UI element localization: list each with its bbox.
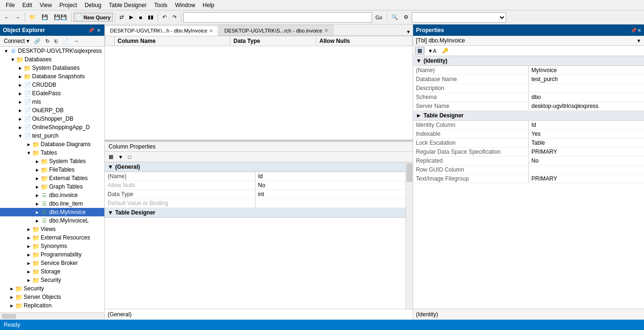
cp-grid-btn[interactable]: ▦ [107, 153, 115, 161]
ext-resources-icon: 📁 [32, 234, 40, 241]
tree-server-objects[interactable]: ► 📁 Server Objects [0, 293, 104, 301]
tree-external-resources[interactable]: ► 📁 External Resources [0, 233, 104, 242]
tree-oluerp[interactable]: ► 📄 OluERP_DB [0, 106, 104, 115]
cp-sort-btn[interactable]: ▼ [116, 153, 125, 161]
settings-btn[interactable]: ⚙ [401, 13, 411, 22]
oe-hscrollbar[interactable] [0, 313, 104, 320]
oe-pin-btn[interactable]: 📌 [87, 28, 95, 33]
props-pin-btn[interactable]: 📌 [631, 28, 636, 33]
tree-dbo-line-item[interactable]: ► ☰ dbo.line_item [0, 199, 104, 208]
save-btn[interactable]: 💾 [39, 13, 51, 22]
db-btn2[interactable]: ▶ [127, 13, 136, 22]
tree-synonyms[interactable]: ► 📁 Synonyms [0, 242, 104, 250]
tab-invoice[interactable]: DESKTOP-UGVLTRK\S...rch - dbo.invoice ✕ [219, 25, 333, 35]
tree-security-db[interactable]: ► 📁 Security [0, 276, 104, 284]
status-label: Ready [4, 322, 20, 328]
props-server-value: desktop-ugvltrk\sqlexpress [529, 102, 644, 110]
col-datatype-header: Data Type [230, 36, 316, 46]
forward-btn[interactable]: → [13, 13, 23, 22]
undo-btn[interactable]: ↶ [160, 13, 169, 22]
oe-close-btn[interactable]: ✕ [96, 28, 102, 33]
go-input[interactable] [183, 12, 372, 23]
menu-window[interactable]: Window [171, 1, 199, 9]
tree-server[interactable]: ▼ 🖥 DESKTOP-UGVLTRK\sqlexpress [0, 47, 104, 55]
tree-replication[interactable]: ► 📁 Replication [0, 301, 104, 310]
tab-myinvoice[interactable]: DESKTOP-UGVLTRK\...h - dbo.MyInvoice ✕ [105, 25, 218, 36]
tab-myinvoice-close[interactable]: ✕ [209, 28, 213, 33]
cp-bottom-label: (General) [105, 309, 413, 320]
props-identity-toggle: ▼ [416, 58, 422, 64]
cp-td-header[interactable]: ▼ Table Designer [105, 208, 406, 218]
tree-storage[interactable]: ► 📁 Storage [0, 267, 104, 276]
props-grid-view-btn[interactable]: ▦ [415, 47, 424, 55]
search-btn[interactable]: 🔍 [389, 13, 400, 22]
tree-test-purch[interactable]: ▼ 📄 test_purch [0, 132, 104, 140]
toolbar-select[interactable] [412, 12, 506, 23]
oe-filter-btn[interactable]: ⎗ [52, 37, 59, 45]
tree-graph-tables[interactable]: ► 📁 Graph Tables [0, 182, 104, 191]
programmability-icon: 📁 [32, 251, 40, 258]
tree-service-broker[interactable]: ► 📁 Service Broker [0, 259, 104, 267]
oe-refresh-btn[interactable]: ↻ [43, 37, 51, 45]
tree-dbo-invoice[interactable]: ► ☰ dbo.invoice [0, 191, 104, 199]
cp-general-rows: (Name) Id Allow Nulls No Data Type int D… [105, 172, 406, 208]
menu-bar: File Edit View Project Debug Table Desig… [0, 0, 644, 10]
oe-summary-btn[interactable]: 📄 [60, 37, 71, 45]
db-btn1[interactable]: ⇄ [117, 13, 126, 22]
tree-onlineshopping[interactable]: ► 📄 OnlineShoppingApp_D [0, 123, 104, 132]
props-table-label: [Tbl] dbo.MyInvoice [416, 37, 465, 44]
tree-tables[interactable]: ▼ 📁 Tables [0, 148, 104, 157]
props-close-btn[interactable]: ✕ [637, 28, 641, 33]
tree-external-tables[interactable]: ► 📁 External Tables [0, 174, 104, 182]
tree-egatepass[interactable]: ► 📄 EGatePass [0, 89, 104, 98]
oe-disconnect-btn[interactable]: 🔗 [32, 37, 42, 45]
tree-dbo-myinvoice[interactable]: ► ☰ dbo.MyInvoice [0, 208, 104, 216]
databases-expander[interactable]: ▼ [9, 57, 16, 62]
db-btn3[interactable]: ■ [136, 13, 144, 22]
tree-security-root[interactable]: ► 📁 Security [0, 284, 104, 293]
props-sort-btn[interactable]: ▼A [425, 47, 439, 55]
tree-dbo-myinvoicel[interactable]: ► ☰ dbo.MyInvoiceL [0, 216, 104, 225]
col-allownulls-header: Allow Nulls [316, 36, 413, 46]
menu-help[interactable]: Help [199, 1, 218, 9]
menu-view[interactable]: View [36, 1, 56, 9]
tree-mis[interactable]: ► 📄 mis [0, 98, 104, 106]
tree-db-diagrams[interactable]: ► 📁 Database Diagrams [0, 140, 104, 148]
diagrams-label: Database Diagrams [41, 141, 104, 148]
props-td-title[interactable]: ► Table Designer [413, 111, 644, 121]
tree-olushopper[interactable]: ► 📄 OluShopper_DB [0, 115, 104, 123]
tree-db-snapshots[interactable]: ► 📁 Database Snapshots [0, 72, 104, 81]
tree-system-databases[interactable]: ► 📁 System Databases [0, 64, 104, 72]
menu-debug[interactable]: Debug [81, 1, 105, 9]
props-table-dropdown[interactable]: ▼ [636, 38, 641, 43]
tree-views[interactable]: ► 📁 Views [0, 225, 104, 233]
menu-file[interactable]: File [2, 1, 18, 9]
oe-sync-btn[interactable]: → [72, 37, 81, 45]
back-btn[interactable]: ← [2, 13, 12, 22]
menu-tools[interactable]: Tools [151, 1, 171, 9]
props-identity-title[interactable]: ▼ (Identity) [413, 56, 644, 66]
menu-edit[interactable]: Edit [18, 1, 36, 9]
props-key-btn[interactable]: 🔑 [440, 47, 451, 55]
save-all-btn[interactable]: 💾💾 [51, 13, 69, 22]
properties-panel: Properties 📌 ✕ [Tbl] dbo.MyInvoice ▼ ▦ ▼… [413, 25, 644, 320]
db-btn4[interactable]: ▮▮ [145, 13, 156, 22]
cp-vscrollbar[interactable] [406, 162, 413, 309]
cp-general-header[interactable]: ▼ (General) [105, 162, 406, 172]
menu-project[interactable]: Project [56, 1, 81, 9]
tree-system-tables[interactable]: ► 📁 System Tables [0, 157, 104, 165]
tree-programmability[interactable]: ► 📁 Programmability [0, 250, 104, 259]
go-btn[interactable]: Go [373, 13, 385, 22]
oe-connect-btn[interactable]: Connect ▾ [2, 37, 31, 45]
tree-databases[interactable]: ▼ 📁 Databases [0, 55, 104, 64]
menu-table-designer[interactable]: Table Designer [105, 1, 151, 9]
tree-cruddb[interactable]: ► 📄 CRUDDB [0, 81, 104, 89]
tab-dropdown-btn[interactable]: ▼ [404, 28, 413, 35]
server-expander[interactable]: ▼ [3, 49, 9, 54]
tab-invoice-close[interactable]: ✕ [324, 28, 328, 33]
tree-filetables[interactable]: ► 📁 FileTables [0, 165, 104, 174]
redo-btn[interactable]: ↷ [170, 13, 179, 22]
new-query-btn[interactable]: 📄 New Query [74, 13, 113, 22]
open-btn[interactable]: 📁 [27, 13, 38, 22]
cp-collapse-btn[interactable]: □ [126, 153, 133, 161]
